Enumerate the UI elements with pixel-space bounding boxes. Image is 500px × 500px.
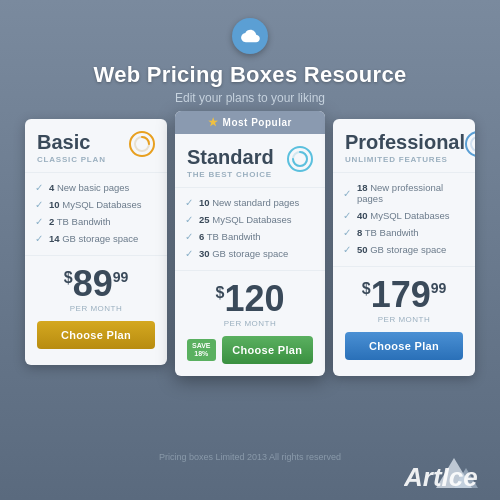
basic-card: Basic CLASSIC PLAN ✓ 4 New basic pages ✓…	[25, 119, 167, 365]
basic-plan-label: CLASSIC PLAN	[37, 155, 106, 164]
check-icon: ✓	[343, 244, 351, 255]
standard-plan-info: Standard THE BEST CHOICE	[187, 146, 274, 179]
professional-price-main: 179	[371, 277, 431, 313]
check-icon: ✓	[185, 214, 193, 225]
list-item: ✓ 10 MySQL Databases	[35, 196, 157, 213]
check-icon: ✓	[185, 231, 193, 242]
standard-dollar: $	[216, 285, 225, 301]
check-icon: ✓	[343, 210, 351, 221]
standard-card-header: Standard THE BEST CHOICE	[175, 134, 325, 187]
standard-period: PER MONTH	[187, 319, 313, 328]
save-badge: SAVE 18%	[187, 339, 216, 362]
professional-features: ✓ 18 New professional pages ✓ 40 MySQL D…	[333, 172, 475, 266]
professional-plan-label: UNLIMITED FEATURES	[345, 155, 465, 164]
feature-text: 4 New basic pages	[49, 182, 129, 193]
professional-period: PER MONTH	[345, 315, 463, 324]
basic-price: $ 89 99	[37, 266, 155, 302]
basic-features: ✓ 4 New basic pages ✓ 10 MySQL Databases…	[25, 172, 167, 255]
professional-plan-name: Professional	[345, 131, 465, 153]
feature-text: 8 TB Bandwith	[357, 227, 419, 238]
feature-text: 2 TB Bandwith	[49, 216, 111, 227]
basic-dollar: $	[64, 270, 73, 286]
basic-choose-button[interactable]: Choose Plan	[37, 321, 155, 349]
check-icon: ✓	[35, 233, 43, 244]
professional-plan-info: Professional UNLIMITED FEATURES	[345, 131, 465, 164]
standard-price: $ 120	[187, 281, 313, 317]
list-item: ✓ 4 New basic pages	[35, 179, 157, 196]
basic-period: PER MONTH	[37, 304, 155, 313]
most-popular-banner: ★ Most Popular	[175, 111, 325, 134]
basic-price-section: $ 89 99 PER MONTH Choose Plan	[25, 255, 167, 365]
professional-price-cents: 99	[431, 281, 447, 295]
professional-card: Professional UNLIMITED FEATURES ✓ 18 New…	[333, 119, 475, 376]
basic-price-cents: 99	[113, 270, 129, 284]
list-item: ✓ 40 MySQL Databases	[343, 207, 465, 224]
feature-text: 30 GB storage space	[199, 248, 288, 259]
standard-price-main: 120	[224, 281, 284, 317]
list-item: ✓ 10 New standard pages	[185, 194, 315, 211]
check-icon: ✓	[35, 199, 43, 210]
feature-text: 6 TB Bandwith	[199, 231, 261, 242]
list-item: ✓ 8 TB Bandwith	[343, 224, 465, 241]
pricing-cards-container: Basic CLASSIC PLAN ✓ 4 New basic pages ✓…	[0, 119, 500, 376]
professional-card-header: Professional UNLIMITED FEATURES	[333, 119, 475, 172]
standard-features: ✓ 10 New standard pages ✓ 25 MySQL Datab…	[175, 187, 325, 270]
check-icon: ✓	[343, 188, 351, 199]
list-item: ✓ 14 GB storage space	[35, 230, 157, 247]
check-icon: ✓	[185, 197, 193, 208]
feature-text: 40 MySQL Databases	[357, 210, 450, 221]
list-item: ✓ 25 MySQL Databases	[185, 211, 315, 228]
feature-text: 25 MySQL Databases	[199, 214, 292, 225]
feature-text: 10 MySQL Databases	[49, 199, 142, 210]
standard-choose-button[interactable]: Choose Plan	[222, 336, 313, 364]
check-icon: ✓	[35, 182, 43, 193]
standard-plan-label: THE BEST CHOICE	[187, 170, 274, 179]
main-subtitle: Edit your plans to your liking	[0, 91, 500, 105]
svg-text:ArtIce: ArtIce	[404, 462, 478, 492]
basic-card-header: Basic CLASSIC PLAN	[25, 119, 167, 172]
professional-dollar: $	[362, 281, 371, 297]
feature-text: 14 GB storage space	[49, 233, 138, 244]
save-percent: 18%	[192, 350, 211, 358]
artice-mountain-icon: ArtIce	[404, 450, 484, 494]
svg-point-2	[471, 137, 475, 151]
basic-plan-icon	[129, 131, 155, 157]
save-badge-row: SAVE 18% Choose Plan	[187, 336, 313, 364]
feature-text: 18 New professional pages	[357, 182, 465, 204]
professional-price: $ 179 99	[345, 277, 463, 313]
standard-price-section: $ 120 PER MONTH SAVE 18% Choose Plan	[175, 270, 325, 376]
basic-plan-info: Basic CLASSIC PLAN	[37, 131, 106, 164]
professional-choose-button[interactable]: Choose Plan	[345, 332, 463, 360]
main-title: Web Pricing Boxes Resource	[0, 62, 500, 88]
feature-text: 10 New standard pages	[199, 197, 299, 208]
basic-price-main: 89	[73, 266, 113, 302]
list-item: ✓ 6 TB Bandwith	[185, 228, 315, 245]
professional-price-section: $ 179 99 PER MONTH Choose Plan	[333, 266, 475, 376]
check-icon: ✓	[35, 216, 43, 227]
banner-text: Most Popular	[223, 117, 292, 128]
professional-plan-icon	[465, 131, 475, 157]
list-item: ✓ 18 New professional pages	[343, 179, 465, 207]
star-icon: ★	[208, 116, 219, 129]
watermark: ArtIce	[404, 450, 484, 494]
check-icon: ✓	[343, 227, 351, 238]
save-label: SAVE	[192, 342, 211, 350]
cloud-icon	[232, 18, 268, 54]
list-item: ✓ 50 GB storage space	[343, 241, 465, 258]
standard-plan-icon	[287, 146, 313, 172]
list-item: ✓ 2 TB Bandwith	[35, 213, 157, 230]
list-item: ✓ 30 GB storage space	[185, 245, 315, 262]
page-header: Web Pricing Boxes Resource Edit your pla…	[0, 0, 500, 119]
standard-card: ★ Most Popular Standard THE BEST CHOICE …	[175, 111, 325, 376]
footer-text: Pricing boxes Limited 2013 All rights re…	[159, 452, 341, 462]
check-icon: ✓	[185, 248, 193, 259]
basic-plan-name: Basic	[37, 131, 106, 153]
feature-text: 50 GB storage space	[357, 244, 446, 255]
standard-plan-name: Standard	[187, 146, 274, 168]
